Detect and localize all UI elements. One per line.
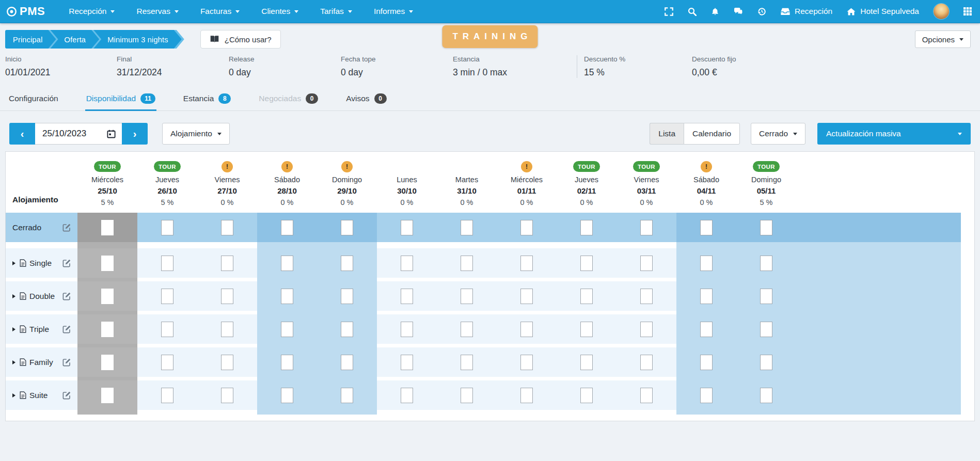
expand-caret-icon[interactable] (12, 360, 15, 364)
availability-checkbox[interactable] (520, 322, 533, 337)
availability-checkbox[interactable] (760, 322, 772, 337)
expand-caret-icon[interactable] (12, 327, 15, 331)
view-lista-button[interactable]: Lista (650, 123, 684, 145)
availability-checkbox[interactable] (221, 388, 233, 403)
prev-date-button[interactable]: ‹ (9, 123, 35, 145)
availability-checkbox[interactable] (221, 220, 233, 235)
availability-checkbox[interactable] (281, 220, 293, 235)
breadcrumb-item-oferta[interactable]: Oferta (51, 30, 100, 49)
calendar-icon[interactable] (107, 130, 116, 138)
nav-hotel[interactable]: Hotel Sepulveda (847, 7, 919, 16)
alojamiento-dropdown[interactable]: Alojamiento (162, 123, 230, 145)
availability-checkbox[interactable] (640, 289, 653, 304)
availability-checkbox[interactable] (760, 289, 772, 304)
availability-checkbox[interactable] (580, 289, 593, 304)
availability-checkbox[interactable] (281, 256, 293, 271)
nav-menu-tarifas[interactable]: Tarifas (320, 7, 352, 16)
availability-checkbox[interactable] (221, 256, 233, 271)
availability-checkbox[interactable] (161, 289, 173, 304)
edit-row-button[interactable] (62, 325, 71, 333)
availability-checkbox[interactable] (520, 355, 533, 370)
availability-checkbox[interactable] (401, 289, 413, 304)
bulk-update-button[interactable]: Actualización masiva (817, 123, 971, 145)
availability-checkbox[interactable] (101, 355, 114, 370)
availability-checkbox[interactable] (760, 355, 772, 370)
nav-menu-facturas[interactable]: Facturas (200, 7, 240, 16)
availability-checkbox[interactable] (520, 289, 533, 304)
availability-checkbox[interactable] (101, 289, 114, 304)
availability-checkbox[interactable] (520, 256, 533, 271)
tab-configuracion[interactable]: Configuración (8, 89, 59, 110)
user-avatar[interactable] (934, 4, 949, 19)
availability-checkbox[interactable] (341, 289, 353, 304)
availability-checkbox[interactable] (760, 388, 772, 403)
availability-checkbox[interactable] (640, 256, 653, 271)
availability-checkbox[interactable] (161, 256, 173, 271)
availability-checkbox[interactable] (401, 388, 413, 403)
messages-icon[interactable] (734, 7, 743, 15)
fullscreen-icon[interactable] (665, 7, 673, 16)
availability-checkbox[interactable] (101, 388, 114, 403)
edit-row-button[interactable] (62, 391, 71, 400)
availability-checkbox[interactable] (281, 322, 293, 337)
availability-checkbox[interactable] (101, 256, 114, 271)
availability-checkbox[interactable] (700, 388, 713, 403)
availability-checkbox[interactable] (341, 322, 353, 337)
availability-checkbox[interactable] (520, 220, 533, 235)
next-date-button[interactable]: › (122, 123, 148, 145)
expand-caret-icon[interactable] (12, 261, 15, 265)
availability-checkbox[interactable] (161, 220, 173, 235)
availability-checkbox[interactable] (161, 388, 173, 403)
availability-checkbox[interactable] (700, 220, 713, 235)
availability-checkbox[interactable] (401, 220, 413, 235)
edit-row-button[interactable] (62, 358, 71, 367)
availability-checkbox[interactable] (221, 355, 233, 370)
availability-checkbox[interactable] (161, 322, 173, 337)
tab-disponibilidad[interactable]: Disponibilidad11 (85, 89, 156, 110)
availability-checkbox[interactable] (341, 355, 353, 370)
availability-checkbox[interactable] (341, 220, 353, 235)
availability-checkbox[interactable] (461, 355, 473, 370)
nav-menu-recepcion[interactable]: Recepción (69, 7, 115, 16)
nav-menu-reservas[interactable]: Reservas (136, 7, 178, 16)
availability-checkbox[interactable] (580, 355, 593, 370)
edit-row-button[interactable] (62, 292, 71, 300)
availability-checkbox[interactable] (700, 355, 713, 370)
apps-grid-icon[interactable] (963, 7, 972, 15)
availability-checkbox[interactable] (281, 289, 293, 304)
availability-checkbox[interactable] (640, 220, 653, 235)
nav-menu-informes[interactable]: Informes (374, 7, 413, 16)
breadcrumb-item-minimum-3-nights[interactable]: Minimum 3 nights (93, 30, 182, 49)
availability-checkbox[interactable] (760, 256, 772, 271)
availability-checkbox[interactable] (580, 220, 593, 235)
tab-estancia[interactable]: Estancia8 (182, 89, 232, 110)
availability-checkbox[interactable] (580, 388, 593, 403)
availability-checkbox[interactable] (640, 355, 653, 370)
availability-checkbox[interactable] (401, 355, 413, 370)
availability-checkbox[interactable] (341, 256, 353, 271)
breadcrumb-item-principal[interactable]: Principal (5, 30, 56, 49)
date-input[interactable] (41, 128, 103, 139)
availability-checkbox[interactable] (700, 256, 713, 271)
availability-checkbox[interactable] (221, 289, 233, 304)
availability-checkbox[interactable] (520, 388, 533, 403)
availability-checkbox[interactable] (281, 388, 293, 403)
availability-checkbox[interactable] (161, 355, 173, 370)
availability-checkbox[interactable] (401, 256, 413, 271)
availability-checkbox[interactable] (461, 388, 473, 403)
availability-checkbox[interactable] (461, 256, 473, 271)
availability-checkbox[interactable] (580, 256, 593, 271)
availability-checkbox[interactable] (461, 289, 473, 304)
availability-checkbox[interactable] (341, 388, 353, 403)
history-icon[interactable] (757, 7, 766, 16)
notifications-bell-icon[interactable] (711, 7, 719, 16)
availability-checkbox[interactable] (640, 388, 653, 403)
edit-row-button[interactable] (62, 223, 71, 232)
how-to-use-button[interactable]: ¿Cómo usar? (200, 30, 281, 49)
availability-checkbox[interactable] (101, 322, 114, 337)
availability-checkbox[interactable] (401, 322, 413, 337)
availability-checkbox[interactable] (700, 322, 713, 337)
nav-recepcion[interactable]: Recepción (781, 7, 832, 16)
availability-checkbox[interactable] (461, 220, 473, 235)
view-calendario-button[interactable]: Calendario (684, 123, 740, 145)
